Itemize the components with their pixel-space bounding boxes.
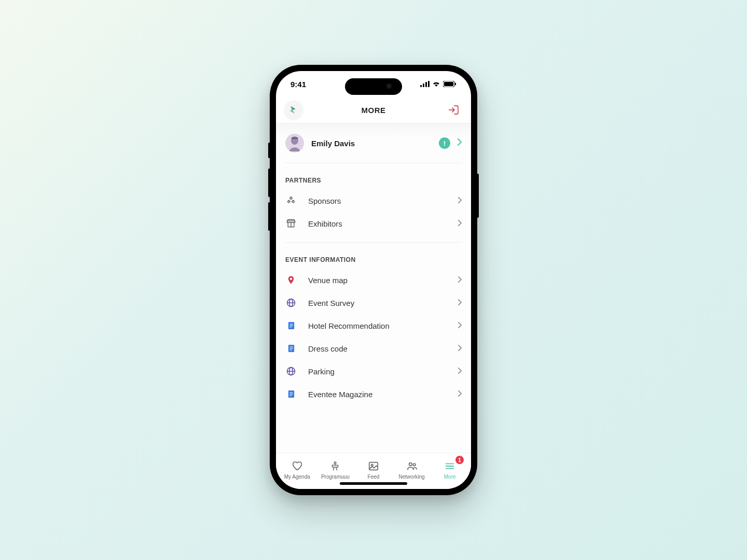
- nav-header: MORE: [276, 97, 471, 123]
- svg-rect-6: [455, 82, 456, 85]
- globe-icon: [285, 297, 297, 309]
- tab-label: Networking: [399, 474, 425, 480]
- document-icon: [285, 343, 297, 354]
- list-label: Parking: [308, 367, 447, 376]
- tab-label: Programuuu: [321, 474, 350, 480]
- image-icon: [367, 460, 380, 472]
- list-label: Eventee Magazine: [308, 390, 447, 399]
- cellular-icon: [420, 80, 430, 89]
- content-area: Emily Davis ! PARTNERS Sponsors: [276, 123, 471, 453]
- exit-button[interactable]: [444, 101, 463, 119]
- svg-rect-1: [423, 83, 424, 87]
- alert-badge-icon: !: [439, 137, 450, 149]
- dynamic-island: [345, 78, 402, 95]
- list-item-eventee-magazine[interactable]: Eventee Magazine: [276, 383, 471, 405]
- svg-point-39: [409, 463, 412, 466]
- svg-point-38: [371, 464, 373, 466]
- svg-rect-5: [444, 82, 453, 86]
- svg-rect-0: [420, 85, 422, 87]
- people-icon: [406, 460, 418, 472]
- heart-icon: [291, 460, 303, 472]
- list-item-venue-map[interactable]: Venue map: [276, 269, 471, 291]
- svg-point-35: [335, 462, 337, 464]
- list-label: Dress code: [308, 344, 447, 353]
- tab-more[interactable]: More 1: [431, 456, 469, 484]
- chevron-right-icon: [458, 389, 462, 399]
- battery-icon: [443, 80, 457, 89]
- globe-icon: [285, 366, 297, 377]
- svg-rect-32: [333, 465, 338, 467]
- list-label: Exhibitors: [308, 219, 447, 228]
- home-indicator[interactable]: [340, 482, 407, 485]
- tab-label: More: [444, 474, 456, 480]
- app-logo[interactable]: [284, 101, 303, 119]
- svg-rect-3: [428, 81, 430, 87]
- list-label: Hotel Recommendation: [308, 321, 447, 330]
- list-item-dress-code[interactable]: Dress code: [276, 337, 471, 360]
- chevron-right-icon: [458, 196, 462, 205]
- pin-icon: [285, 274, 297, 286]
- chevron-right-icon: [458, 138, 462, 148]
- list-item-hotel-recommendation[interactable]: Hotel Recommendation: [276, 314, 471, 337]
- tab-feed[interactable]: Feed: [354, 456, 393, 484]
- list-item-exhibitors[interactable]: Exhibitors: [276, 212, 471, 235]
- document-icon: [285, 320, 297, 331]
- list-item-sponsors[interactable]: Sponsors: [276, 189, 471, 212]
- avatar: [285, 134, 304, 152]
- tab-program[interactable]: Programuuu: [316, 456, 355, 484]
- page-title: MORE: [362, 106, 386, 115]
- profile-row[interactable]: Emily Davis !: [276, 123, 471, 163]
- list-item-parking[interactable]: Parking: [276, 360, 471, 383]
- podium-icon: [329, 460, 341, 472]
- svg-rect-2: [425, 82, 427, 87]
- svg-line-34: [336, 467, 337, 470]
- chevron-right-icon: [458, 275, 462, 285]
- list-label: Venue map: [308, 276, 447, 285]
- wifi-icon: [432, 80, 440, 89]
- list-item-event-survey[interactable]: Event Survey: [276, 291, 471, 314]
- chevron-right-icon: [458, 298, 462, 307]
- list-label: Event Survey: [308, 299, 447, 307]
- menu-icon: [444, 460, 456, 472]
- sponsors-icon: [285, 195, 297, 206]
- tab-badge: 1: [455, 456, 464, 464]
- chevron-right-icon: [458, 344, 462, 353]
- phone-frame: 9:41 MORE: [270, 65, 477, 495]
- svg-point-40: [413, 464, 416, 466]
- tab-networking[interactable]: Networking: [393, 456, 431, 484]
- document-icon: [285, 388, 297, 400]
- tab-label: My Agenda: [284, 474, 310, 480]
- svg-point-13: [290, 278, 293, 281]
- phone-screen: 9:41 MORE: [276, 71, 471, 489]
- profile-name: Emily Davis: [311, 139, 432, 148]
- section-header-event-info: EVENT INFORMATION: [276, 243, 471, 269]
- svg-rect-9: [292, 137, 298, 139]
- tab-my-agenda[interactable]: My Agenda: [278, 456, 316, 484]
- status-time: 9:41: [290, 80, 306, 89]
- chevron-right-icon: [458, 367, 462, 376]
- exhibitors-icon: [285, 218, 297, 229]
- list-label: Sponsors: [308, 197, 447, 205]
- section-header-partners: PARTNERS: [276, 163, 471, 189]
- svg-line-33: [334, 467, 335, 470]
- chevron-right-icon: [458, 321, 462, 330]
- tab-label: Feed: [368, 474, 380, 480]
- chevron-right-icon: [458, 219, 462, 228]
